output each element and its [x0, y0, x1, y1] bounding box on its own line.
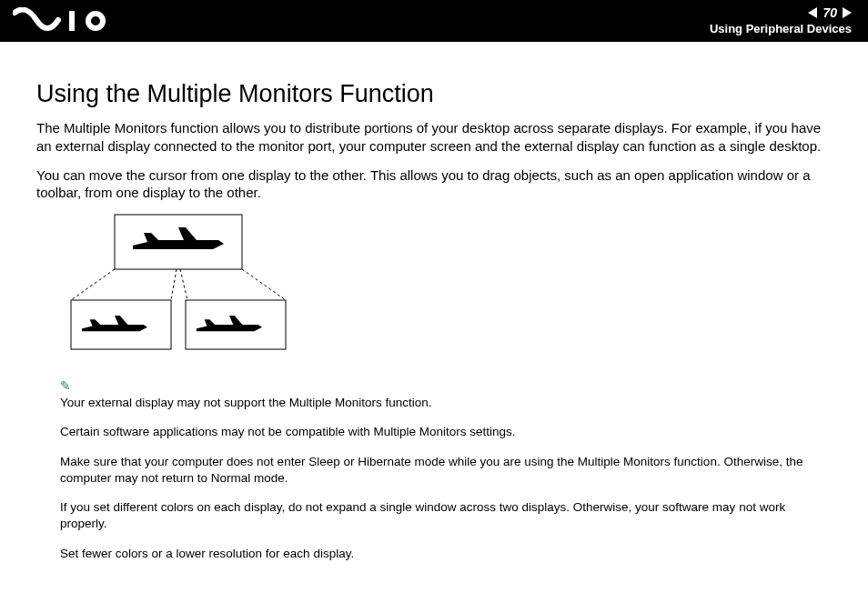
page-title: Using the Multiple Monitors Function: [36, 80, 832, 108]
svg-line-5: [242, 269, 286, 300]
note-2: Certain software applications may not be…: [60, 424, 832, 440]
svg-rect-0: [69, 11, 75, 31]
note-4: If you set different colors on each disp…: [60, 499, 832, 532]
svg-line-2: [71, 269, 115, 300]
svg-line-3: [171, 269, 177, 300]
note-5: Set fewer colors or a lower resolution f…: [60, 546, 832, 562]
section-label: Using Peripheral Devices: [710, 22, 852, 35]
page-header: 70 Using Peripheral Devices: [0, 0, 868, 42]
next-page-icon[interactable]: [843, 7, 852, 18]
intro-paragraph-2: You can move the cursor from one display…: [36, 166, 832, 203]
note-1: Your external display may not support th…: [60, 395, 832, 411]
page-content: Using the Multiple Monitors Function The…: [0, 42, 868, 562]
svg-line-4: [180, 269, 187, 300]
multiple-monitors-diagram: [60, 213, 832, 362]
vaio-logo-icon: [13, 7, 120, 38]
intro-paragraph-1: The Multiple Monitors function allows yo…: [36, 119, 832, 156]
prev-page-icon[interactable]: [808, 7, 817, 18]
note-icon: ✎: [60, 378, 832, 393]
note-3: Make sure that your computer does not en…: [60, 454, 832, 487]
page-number: 70: [823, 5, 837, 20]
